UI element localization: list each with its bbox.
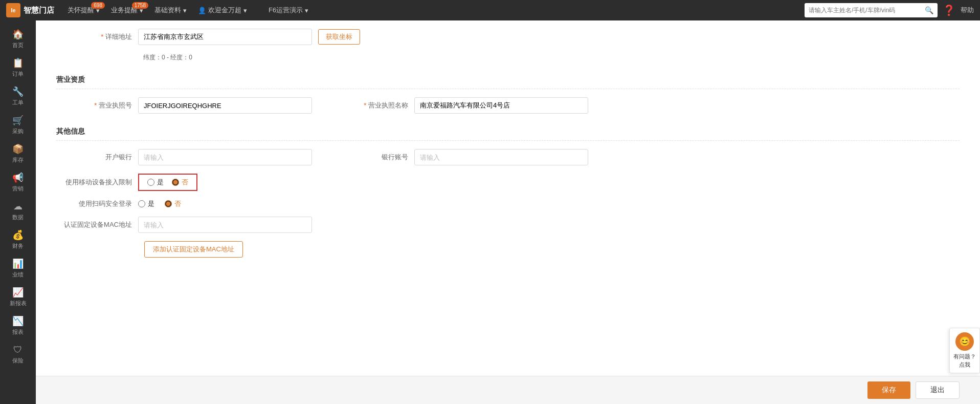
- form-section: 详细地址 获取坐标 纬度：0 - 经度：0 营业资质 营业执照号 营业执照名称 …: [36, 20, 980, 307]
- report-icon: 📉: [12, 315, 24, 327]
- nav-item-basic[interactable]: 基础资料 ▾: [149, 0, 192, 20]
- sidebar-item-insurance[interactable]: 🛡 保险: [0, 340, 36, 369]
- exit-button[interactable]: 退出: [916, 381, 960, 399]
- scan-login-options: 是 否: [138, 199, 181, 208]
- content-area: 详细地址 获取坐标 纬度：0 - 经度：0 营业资质 营业执照号 营业执照名称 …: [36, 20, 980, 404]
- main-layout: 🏠 首页 📋 订单 🔧 工单 🛒 采购 📦 库存 📢 营销 ☁ 数据 💰: [0, 20, 980, 404]
- add-mac-button[interactable]: 添加认证固定设备MAC地址: [144, 241, 243, 258]
- mobile-limit-options: 是 否: [138, 174, 197, 191]
- sidebar-item-performance[interactable]: 📊 业绩: [0, 254, 36, 283]
- mobile-limit-no-label: 否: [182, 178, 188, 187]
- topbar-nav: 关怀提醒 698 ▾ 业务提醒 1758 ▾ 基础资料 ▾ 👤 欢迎金万超 ▾ …: [62, 0, 796, 20]
- sidebar-item-new-report[interactable]: 📈 新报表: [0, 283, 36, 311]
- section-other-title: 其他信息: [56, 122, 960, 141]
- purchase-icon: 🛒: [12, 115, 24, 126]
- logo-icon: Ie: [6, 3, 20, 17]
- bank-account-label: 银行账号: [332, 153, 414, 162]
- nav-item-user[interactable]: 👤 欢迎金万超 ▾: [193, 0, 252, 20]
- scan-login-label: 使用扫码安全登录: [56, 199, 138, 208]
- sidebar-item-purchase[interactable]: 🛒 采购: [0, 111, 36, 139]
- license-name-label: 营业执照名称: [332, 101, 414, 110]
- topbar: Ie 智慧门店 关怀提醒 698 ▾ 业务提醒 1758 ▾ 基础资料 ▾ 👤 …: [0, 0, 980, 20]
- mobile-limit-row: 使用移动设备接入限制 是 否: [56, 174, 960, 191]
- search-box[interactable]: 🔍: [805, 3, 938, 17]
- sidebar-item-home[interactable]: 🏠 首页: [0, 25, 36, 53]
- help-icon[interactable]: ❓: [943, 4, 955, 16]
- scan-login-yes-label: 是: [148, 199, 154, 208]
- bank-label: 开户银行: [56, 153, 138, 162]
- mobile-limit-label: 使用移动设备接入限制: [56, 178, 138, 187]
- license-row: 营业执照号 营业执照名称: [56, 97, 960, 114]
- search-input[interactable]: [809, 7, 925, 14]
- sidebar-item-report[interactable]: 📉 报表: [0, 311, 36, 340]
- bank-input[interactable]: [138, 149, 312, 165]
- mobile-limit-yes-option[interactable]: 是: [147, 178, 164, 187]
- license-label: 营业执照号: [56, 101, 138, 110]
- address-label: 详细地址: [56, 32, 138, 41]
- scan-login-no-label: 否: [174, 199, 181, 208]
- license-name-input[interactable]: [414, 97, 588, 114]
- add-mac-container: 添加认证固定设备MAC地址: [56, 241, 960, 258]
- mac-input[interactable]: [138, 217, 312, 233]
- nav-item-care[interactable]: 关怀提醒 698 ▾: [62, 0, 105, 20]
- mobile-limit-no-option[interactable]: 否: [172, 178, 188, 187]
- scan-login-no-option[interactable]: 否: [165, 199, 181, 208]
- order-icon: 📋: [12, 57, 24, 69]
- mac-label: 认证固定设备MAC地址: [56, 220, 138, 229]
- chat-text: 有问题？ 点我: [952, 353, 977, 369]
- address-input[interactable]: [138, 29, 312, 45]
- chat-widget[interactable]: 😊 有问题？ 点我: [949, 328, 980, 373]
- mobile-limit-yes-radio[interactable]: [147, 179, 154, 186]
- sidebar: 🏠 首页 📋 订单 🔧 工单 🛒 采购 📦 库存 📢 营销 ☁ 数据 💰: [0, 20, 36, 404]
- inventory-icon: 📦: [12, 143, 24, 155]
- nav-item-operation[interactable]: F6运营演示 ▾: [263, 0, 314, 20]
- license-input[interactable]: [138, 97, 312, 114]
- home-icon: 🏠: [12, 29, 24, 40]
- sidebar-item-inventory[interactable]: 📦 库存: [0, 139, 36, 168]
- logo-text: 智慧门店: [24, 6, 54, 15]
- save-button[interactable]: 保存: [867, 381, 910, 399]
- business-badge: 1758: [132, 2, 148, 9]
- bank-row: 开户银行 银行账号: [56, 149, 960, 165]
- chat-avatar: 😊: [955, 332, 974, 351]
- sidebar-item-finance[interactable]: 💰 财务: [0, 225, 36, 254]
- scan-login-row: 使用扫码安全登录 是 否: [56, 199, 960, 208]
- sidebar-item-marketing[interactable]: 📢 营销: [0, 168, 36, 197]
- marketing-icon: 📢: [12, 172, 24, 183]
- address-input-group: 获取坐标: [138, 29, 360, 45]
- nav-item-business[interactable]: 业务提醒 1758 ▾: [106, 0, 148, 20]
- mac-row: 认证固定设备MAC地址: [56, 217, 960, 233]
- sidebar-item-workorder[interactable]: 🔧 工单: [0, 82, 36, 111]
- sidebar-item-order[interactable]: 📋 订单: [0, 53, 36, 82]
- search-button[interactable]: 🔍: [925, 6, 933, 14]
- data-icon: ☁: [13, 201, 23, 212]
- scan-login-yes-radio[interactable]: [138, 200, 145, 207]
- finance-icon: 💰: [12, 229, 24, 241]
- scan-login-no-radio[interactable]: [165, 200, 172, 207]
- bank-account-input[interactable]: [414, 149, 588, 165]
- get-coord-button[interactable]: 获取坐标: [318, 29, 360, 45]
- coord-text: 纬度：0 - 经度：0: [143, 53, 960, 62]
- performance-icon: 📊: [12, 258, 24, 269]
- care-badge: 698: [91, 2, 105, 9]
- address-row: 详细地址 获取坐标: [56, 29, 960, 45]
- sidebar-item-data[interactable]: ☁ 数据: [0, 197, 36, 225]
- insurance-icon: 🛡: [13, 345, 23, 355]
- mobile-limit-no-radio[interactable]: [172, 179, 179, 186]
- scan-login-yes-option[interactable]: 是: [138, 199, 154, 208]
- help-label[interactable]: 帮助: [961, 6, 974, 15]
- bottom-bar: 保存 退出: [36, 376, 980, 404]
- section-business-title: 营业资质: [56, 70, 960, 89]
- workorder-icon: 🔧: [12, 86, 24, 97]
- mobile-limit-yes-label: 是: [157, 178, 164, 187]
- topbar-right: 🔍 ❓ 帮助: [805, 3, 974, 17]
- logo[interactable]: Ie 智慧门店: [6, 3, 54, 17]
- new-report-icon: 📈: [12, 287, 24, 298]
